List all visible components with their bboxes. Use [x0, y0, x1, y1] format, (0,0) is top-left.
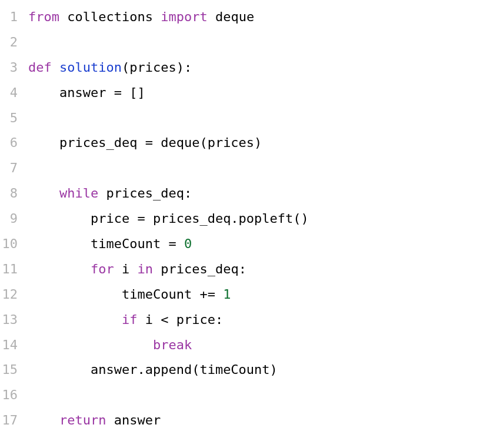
code-token: import [161, 9, 207, 24]
code-line: timeCount = 0 [28, 232, 480, 257]
code-token [28, 413, 59, 427]
code-content: from collections import deque def soluti… [28, 5, 480, 433]
code-line: price = prices_deq.popleft() [28, 206, 480, 232]
code-line: def solution(prices): [28, 55, 480, 81]
code-line: answer = [] [28, 81, 480, 106]
code-token: prices_deq = deque(prices) [28, 135, 262, 150]
code-token: timeCount += [28, 287, 223, 302]
line-number: 2 [0, 30, 18, 55]
code-token: while [59, 186, 98, 200]
code-token: if [122, 312, 138, 327]
code-line: timeCount += 1 [28, 282, 480, 307]
line-number: 3 [0, 55, 18, 81]
code-block: 1234567891011121314151617 from collectio… [0, 5, 480, 433]
code-token [28, 337, 153, 352]
code-token [28, 312, 122, 327]
line-number: 11 [0, 257, 18, 282]
code-line: from collections import deque [28, 5, 480, 30]
code-token: timeCount = [28, 236, 184, 251]
code-token: prices_deq: [153, 262, 246, 276]
code-line: if i < price: [28, 307, 480, 333]
line-number: 9 [0, 206, 18, 232]
code-token: return [59, 413, 106, 427]
line-number: 14 [0, 333, 18, 358]
code-line: prices_deq = deque(prices) [28, 131, 480, 156]
code-token: 0 [184, 236, 192, 251]
code-token: solution [59, 60, 122, 75]
code-line [28, 106, 480, 131]
code-token: from [28, 9, 59, 24]
code-token: answer.append(timeCount) [28, 362, 278, 377]
line-number: 10 [0, 232, 18, 257]
code-token [28, 186, 59, 200]
line-number: 17 [0, 408, 18, 433]
line-number: 8 [0, 181, 18, 206]
code-token: answer [106, 413, 161, 427]
line-number: 16 [0, 383, 18, 408]
code-line: answer.append(timeCount) [28, 357, 480, 383]
code-line [28, 383, 480, 408]
code-token [52, 60, 59, 75]
code-token: prices_deq: [98, 186, 192, 200]
code-line [28, 156, 480, 181]
code-line: while prices_deq: [28, 181, 480, 206]
code-token [28, 262, 91, 276]
code-token: price = prices_deq.popleft() [28, 211, 309, 226]
code-token: deque [208, 9, 254, 24]
code-line [28, 30, 480, 55]
code-token: answer = [] [28, 85, 145, 100]
code-token: (prices): [122, 60, 192, 75]
code-token: i [114, 262, 138, 276]
line-number-gutter: 1234567891011121314151617 [0, 5, 28, 433]
code-token: i < price: [137, 312, 223, 327]
code-token: def [28, 60, 52, 75]
line-number: 13 [0, 307, 18, 333]
code-line: break [28, 333, 480, 358]
code-token: 1 [223, 287, 231, 302]
line-number: 12 [0, 282, 18, 307]
code-line: for i in prices_deq: [28, 257, 480, 282]
line-number: 4 [0, 81, 18, 106]
code-token: break [153, 337, 192, 352]
line-number: 7 [0, 156, 18, 181]
line-number: 15 [0, 357, 18, 383]
line-number: 1 [0, 5, 18, 30]
code-token: for [91, 262, 114, 276]
code-token: in [137, 262, 153, 276]
code-line: return answer [28, 408, 480, 433]
line-number: 5 [0, 106, 18, 131]
line-number: 6 [0, 131, 18, 156]
code-token: collections [59, 9, 161, 24]
